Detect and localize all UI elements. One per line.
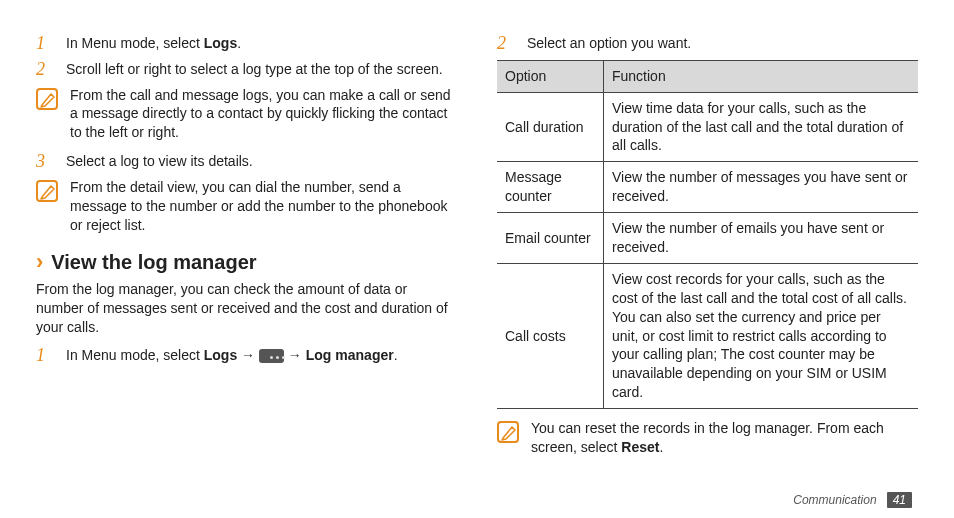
- sec-step1-post: .: [394, 347, 398, 363]
- step-2-body: Scroll left or right to select a log typ…: [66, 60, 457, 80]
- note-3-body: You can reset the records in the log man…: [531, 419, 918, 457]
- page: 1 In Menu mode, select Logs. 2 Scroll le…: [0, 0, 954, 518]
- step-3: 3 Select a log to view its details.: [36, 152, 457, 172]
- section-heading: › View the log manager: [36, 249, 457, 276]
- step-1: 1 In Menu mode, select Logs.: [36, 34, 457, 54]
- options-table: Option Function Call duration View time …: [497, 60, 918, 409]
- option-function: View the number of emails you have sent …: [604, 213, 919, 264]
- step-number-1: 1: [36, 34, 54, 54]
- note3-post: .: [659, 439, 663, 455]
- footer-page-number: 41: [887, 492, 912, 508]
- note-2-body: From the detail view, you can dial the n…: [70, 178, 457, 235]
- step-number-3: 3: [36, 152, 54, 172]
- footer-section: Communication: [793, 493, 876, 507]
- page-footer: Communication 41: [793, 492, 912, 508]
- step-2: 2 Scroll left or right to select a log t…: [36, 60, 457, 80]
- step-3-body: Select a log to view its details.: [66, 152, 457, 172]
- sec-step1-b2: Log manager: [306, 347, 394, 363]
- note-1-body: From the call and message logs, you can …: [70, 86, 457, 143]
- option-function: View the number of messages you have sen…: [604, 162, 919, 213]
- right-step-2-body: Select an option you want.: [527, 34, 918, 54]
- table-row: Message counter View the number of messa…: [497, 162, 918, 213]
- right-column: 2 Select an option you want. Option Func…: [497, 28, 918, 506]
- sec-step1-arrow2: →: [284, 347, 306, 363]
- step-number-2: 2: [36, 60, 54, 80]
- table-header-row: Option Function: [497, 60, 918, 92]
- sec-step1-pre: In Menu mode, select: [66, 347, 204, 363]
- header-option: Option: [497, 60, 604, 92]
- note3-bold: Reset: [621, 439, 659, 455]
- note-icon: [36, 180, 58, 202]
- left-column: 1 In Menu mode, select Logs. 2 Scroll le…: [36, 28, 457, 506]
- section-step-1: 1 In Menu mode, select Logs → → Log mana…: [36, 346, 457, 366]
- note-2: From the detail view, you can dial the n…: [36, 178, 457, 235]
- option-function: View cost records for your calls, such a…: [604, 263, 919, 408]
- option-name: Email counter: [497, 213, 604, 264]
- section-title: View the log manager: [51, 249, 256, 276]
- sec-step1-b1: Logs: [204, 347, 237, 363]
- right-step-2: 2 Select an option you want.: [497, 34, 918, 54]
- step-1-pre: In Menu mode, select: [66, 35, 204, 51]
- table-row: Call duration View time data for your ca…: [497, 92, 918, 162]
- sec-step1-arrow1: →: [237, 347, 259, 363]
- option-name: Call duration: [497, 92, 604, 162]
- note3-pre: You can reset the records in the log man…: [531, 420, 884, 455]
- note-3: You can reset the records in the log man…: [497, 419, 918, 457]
- section-step-1-body: In Menu mode, select Logs → → Log manage…: [66, 346, 457, 366]
- note-icon: [497, 421, 519, 443]
- step-1-bold: Logs: [204, 35, 237, 51]
- table-row: Call costs View cost records for your ca…: [497, 263, 918, 408]
- option-function: View time data for your calls, such as t…: [604, 92, 919, 162]
- step-number-2b: 2: [497, 34, 515, 54]
- option-name: Call costs: [497, 263, 604, 408]
- header-function: Function: [604, 60, 919, 92]
- step-1-body: In Menu mode, select Logs.: [66, 34, 457, 54]
- option-name: Message counter: [497, 162, 604, 213]
- table-row: Email counter View the number of emails …: [497, 213, 918, 264]
- section-paragraph: From the log manager, you can check the …: [36, 280, 457, 337]
- step-1-post: .: [237, 35, 241, 51]
- step-number-1b: 1: [36, 346, 54, 366]
- note-1: From the call and message logs, you can …: [36, 86, 457, 143]
- note-icon: [36, 88, 58, 110]
- more-options-icon: [259, 349, 284, 363]
- chevron-icon: ›: [36, 251, 43, 273]
